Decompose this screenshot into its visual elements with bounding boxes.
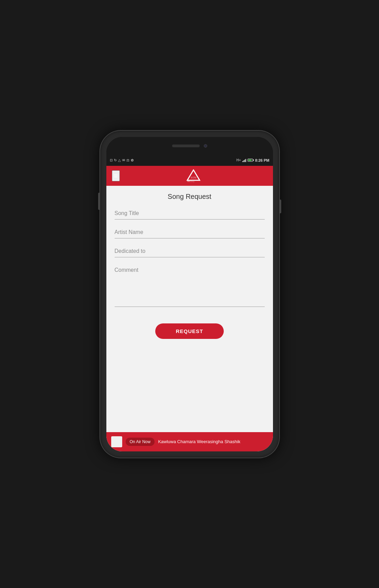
network-type-icon: H+ — [236, 158, 241, 162]
notification-icon-1: ⊡ — [110, 158, 113, 162]
svg-text:FM සිංහල: FM සිංහල — [187, 180, 195, 182]
content-area: Song Request RE — [106, 186, 273, 432]
bottom-bar: On Air Now Kawluwa Chamara Weerasingha S… — [106, 432, 273, 451]
app-header: ≡ සරස FM සිංහල — [106, 166, 273, 186]
request-btn-container: REQUEST — [115, 323, 265, 339]
notification-icon-5: ⚖ — [126, 158, 129, 162]
status-icons-right: H+ 8:26 PM — [236, 158, 270, 162]
volume-button[interactable] — [98, 193, 99, 210]
song-title-input[interactable] — [115, 209, 265, 220]
page-title: Song Request — [115, 193, 265, 201]
comment-field — [115, 266, 265, 308]
on-air-badge[interactable]: On Air Now — [126, 438, 155, 446]
front-camera — [204, 144, 207, 148]
notification-icon-6: ✿ — [131, 158, 134, 162]
dedicated-to-field — [115, 247, 265, 257]
stop-button[interactable] — [111, 436, 122, 447]
notification-icon-2: ↻ — [114, 158, 117, 162]
notification-icon-4: ✉ — [122, 158, 125, 162]
dedicated-to-input[interactable] — [115, 247, 265, 257]
comment-input[interactable] — [115, 266, 265, 307]
status-icons-left: ⊡ ↻ △ ✉ ⚖ ✿ — [110, 158, 134, 162]
battery-icon — [248, 159, 254, 162]
phone-device: ⊡ ↻ △ ✉ ⚖ ✿ H+ — [100, 131, 279, 458]
artist-name-input[interactable] — [115, 228, 265, 238]
notification-icon-3: △ — [118, 158, 121, 162]
logo-container: සරස FM සිංහල — [120, 169, 267, 182]
signal-strength-icon — [242, 159, 246, 162]
now-playing-text: Kawluwa Chamara Weerasingha Shashik — [158, 439, 268, 444]
speaker — [172, 145, 200, 147]
top-bezel — [106, 137, 273, 155]
svg-text:සරස: සරස — [191, 176, 197, 179]
clock: 8:26 PM — [255, 158, 270, 162]
status-bar: ⊡ ↻ △ ✉ ⚖ ✿ H+ — [106, 155, 273, 166]
power-button[interactable] — [280, 200, 281, 213]
phone-screen: ⊡ ↻ △ ✉ ⚖ ✿ H+ — [106, 137, 273, 451]
song-title-field — [115, 209, 265, 220]
artist-name-field — [115, 228, 265, 238]
request-button[interactable]: REQUEST — [155, 323, 224, 339]
hamburger-menu-button[interactable]: ≡ — [112, 170, 120, 181]
app-screen: ≡ සරස FM සිංහල Song Request — [106, 166, 273, 451]
app-logo: සරස FM සිංහල — [185, 169, 202, 182]
